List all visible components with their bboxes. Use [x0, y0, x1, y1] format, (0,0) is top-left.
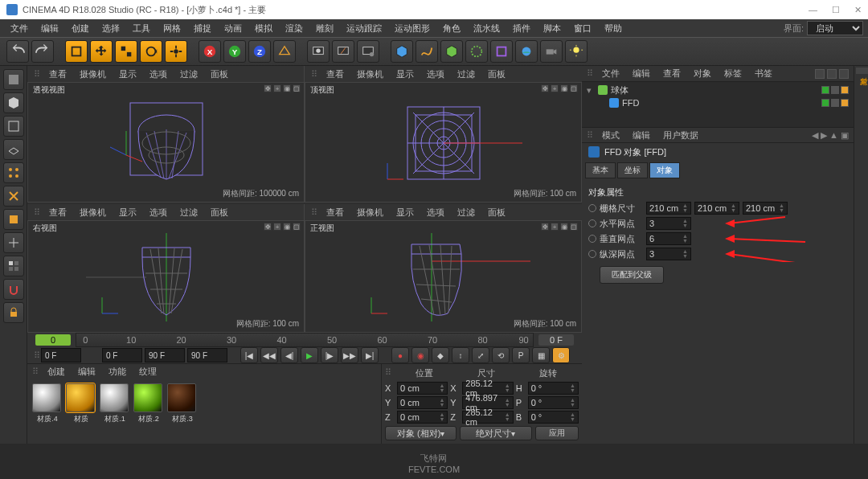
am-up-icon[interactable]: ▲ — [829, 130, 838, 141]
menu-edit[interactable]: 编辑 — [35, 21, 64, 36]
timeline-ruler[interactable]: 0 10 20 30 40 50 60 70 80 90 — [76, 333, 534, 347]
make-editable-button[interactable] — [3, 69, 24, 90]
mat-menu-function[interactable]: 功能 — [103, 365, 132, 379]
key-scale-button[interactable]: ⤢ — [472, 347, 489, 363]
point-mode-button[interactable] — [3, 162, 24, 183]
add-environment-button[interactable] — [515, 40, 538, 63]
menu-sculpt[interactable]: 雕刻 — [310, 21, 339, 36]
vp-zoom-icon[interactable]: + — [273, 223, 281, 231]
vp-menu-display[interactable]: 显示 — [391, 206, 420, 219]
locked-workplane-button[interactable] — [3, 302, 24, 323]
vp-menu-view[interactable]: 查看 — [43, 206, 72, 219]
vp-menu-view[interactable]: 查看 — [321, 68, 350, 81]
prev-frame-button[interactable]: ◀| — [280, 347, 298, 363]
viewport-right[interactable]: 右视图 ✥+◉▢ — [27, 220, 305, 333]
subtab-basic[interactable]: 基本 — [585, 162, 616, 178]
grip-icon[interactable]: ⠿ — [385, 367, 390, 379]
menu-motiontrack[interactable]: 运动跟踪 — [341, 21, 387, 36]
add-light-button[interactable] — [565, 40, 588, 63]
range-end-field[interactable] — [145, 348, 185, 362]
vp-menu-panel[interactable]: 面板 — [482, 68, 511, 81]
model-mode-button[interactable] — [3, 92, 24, 113]
om-menu-file[interactable]: 文件 — [596, 67, 625, 80]
x-axis-lock[interactable]: X — [199, 40, 221, 63]
texture-mode-button[interactable] — [3, 116, 24, 137]
object-tree[interactable]: ▾ 球体 FFD — [582, 82, 854, 127]
edge-mode-button[interactable] — [3, 186, 24, 207]
next-frame-button[interactable]: |▶ — [321, 347, 338, 363]
vp-menu-panel[interactable]: 面板 — [482, 206, 511, 219]
pos-field[interactable]: 0 cm▲▼ — [397, 382, 448, 395]
vp-menu-options[interactable]: 选项 — [144, 68, 173, 81]
fit-to-parent-button[interactable]: 匹配到父级 — [600, 266, 664, 284]
undo-button[interactable] — [6, 40, 29, 63]
scale-tool[interactable] — [115, 40, 137, 63]
recent-tool[interactable] — [165, 40, 187, 63]
param-anim-toggle[interactable] — [588, 204, 596, 212]
om-menu-edit[interactable]: 编辑 — [627, 67, 656, 80]
tree-item[interactable]: FFD — [587, 96, 849, 109]
vp-menu-camera[interactable]: 摄像机 — [74, 206, 112, 219]
am-new-icon[interactable]: ▣ — [841, 130, 849, 141]
workplane-mode-button[interactable] — [3, 139, 24, 160]
enable-axis-button[interactable] — [3, 232, 24, 253]
vp-max-icon[interactable]: ▢ — [570, 84, 578, 92]
grip-icon[interactable]: ⠿ — [311, 69, 316, 80]
menu-file[interactable]: 文件 — [5, 21, 34, 36]
vp-menu-camera[interactable]: 摄像机 — [351, 68, 389, 81]
menu-simulate[interactable]: 模拟 — [249, 21, 278, 36]
vp-zoom-icon[interactable]: + — [273, 84, 281, 92]
menu-help[interactable]: 帮助 — [599, 21, 628, 36]
render-tag[interactable] — [831, 86, 839, 94]
menu-tools[interactable]: 工具 — [127, 21, 156, 36]
vp-menu-view[interactable]: 查看 — [321, 206, 350, 219]
vp-menu-display[interactable]: 显示 — [391, 68, 420, 81]
key-rot-button[interactable]: ⟲ — [492, 347, 510, 363]
am-menu-userdata[interactable]: 用户数据 — [657, 129, 704, 142]
expand-icon[interactable]: ▾ — [587, 85, 595, 96]
move-tool[interactable] — [90, 40, 113, 63]
vp-menu-view[interactable]: 查看 — [43, 68, 72, 81]
close-button[interactable]: ✕ — [854, 5, 862, 15]
redo-button[interactable] — [31, 40, 54, 63]
dock-tab[interactable]: 对象 — [856, 68, 868, 74]
tree-item[interactable]: ▾ 球体 — [587, 84, 849, 96]
add-cube-button[interactable] — [391, 40, 413, 63]
am-fwd-icon[interactable]: ▶ — [821, 130, 827, 141]
grip-icon[interactable]: ⠿ — [34, 69, 39, 80]
vp-pan-icon[interactable]: ✥ — [264, 223, 272, 231]
minimize-button[interactable]: — — [809, 5, 817, 15]
prev-key-button[interactable]: ◀◀ — [260, 347, 278, 363]
om-menu-bookmarks[interactable]: 书签 — [749, 67, 778, 80]
autokey-button[interactable]: ◉ — [411, 347, 429, 363]
vp-menu-display[interactable]: 显示 — [113, 206, 142, 219]
vp-menu-panel[interactable]: 面板 — [205, 68, 234, 81]
coord-mode-select[interactable]: 对象 (相对) ▾ — [385, 426, 457, 440]
pos-field[interactable]: 0 cm▲▼ — [397, 411, 448, 424]
rotate-tool[interactable] — [140, 40, 162, 63]
vp-menu-display[interactable]: 显示 — [113, 68, 142, 81]
vp-menu-filter[interactable]: 过滤 — [452, 68, 481, 81]
key-param-button[interactable]: P — [512, 347, 530, 363]
param-anim-toggle[interactable] — [588, 250, 596, 258]
rot-field[interactable]: 0 °▲▼ — [528, 382, 579, 395]
grip-icon[interactable]: ⠿ — [587, 68, 592, 79]
goto-end-button[interactable]: ▶| — [361, 347, 379, 363]
vp-menu-options[interactable]: 选项 — [144, 206, 173, 219]
enable-snap-button[interactable] — [3, 279, 24, 300]
material-item[interactable]: 材质.1 — [100, 383, 130, 424]
start-frame-field[interactable] — [41, 348, 81, 362]
vp-menu-options[interactable]: 选项 — [421, 68, 450, 81]
key-pla-button[interactable]: ▦ — [532, 347, 550, 363]
vp-max-icon[interactable]: ▢ — [293, 223, 301, 231]
material-item[interactable]: 材质.3 — [167, 383, 198, 424]
coord-apply-button[interactable]: 应用 — [535, 426, 579, 440]
vp-menu-camera[interactable]: 摄像机 — [351, 206, 389, 219]
live-select-tool[interactable] — [65, 40, 88, 63]
gridsize-y-field[interactable]: 210 cm▲▼ — [694, 202, 739, 215]
material-item[interactable]: 材质 — [66, 383, 96, 424]
vp-menu-filter[interactable]: 过滤 — [174, 206, 203, 219]
vp-orbit-icon[interactable]: ◉ — [560, 223, 568, 231]
om-eye-icon[interactable] — [827, 69, 837, 79]
render-tag[interactable] — [831, 99, 839, 107]
